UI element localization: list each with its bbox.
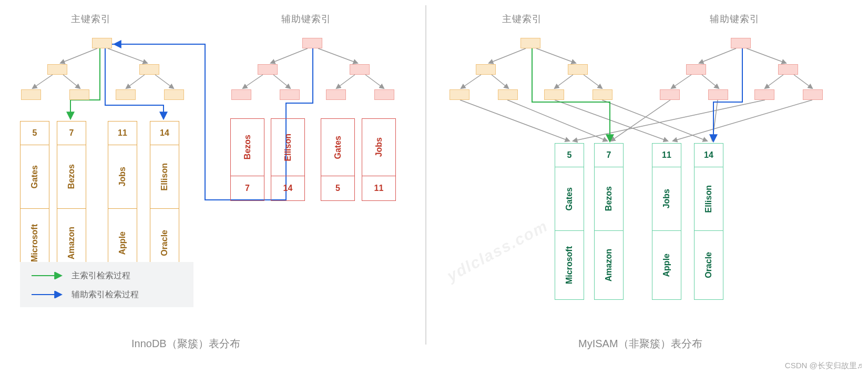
svg-line-17	[584, 75, 602, 88]
legend-primary-label: 主索引检索过程	[72, 270, 130, 281]
innodb-sec-leaf: Gates 5	[321, 118, 355, 201]
title-left-primary: 主键索引	[71, 13, 111, 25]
tree-node	[374, 89, 394, 100]
svg-line-8	[243, 75, 263, 88]
tree-node	[593, 89, 612, 100]
innodb-leaf: 5 Gates Microsoft	[20, 121, 49, 278]
tree-node	[231, 89, 251, 100]
leaf-name: Gates	[20, 145, 49, 209]
innodb-sec-leaf: Jobs 11	[362, 118, 396, 201]
tree-node	[498, 89, 518, 100]
svg-line-6	[271, 48, 308, 63]
svg-line-2	[33, 75, 53, 88]
tree-node	[686, 64, 706, 75]
svg-line-18	[699, 48, 736, 63]
svg-line-16	[555, 75, 573, 88]
svg-line-29	[712, 100, 718, 141]
innodb-leaf: 11 Jobs Apple	[108, 121, 137, 278]
svg-line-25	[507, 100, 607, 141]
svg-line-21	[702, 75, 719, 88]
svg-line-0	[60, 48, 97, 63]
myisam-row: 5 Gates Microsoft	[555, 143, 584, 300]
legend-arrow-blue-icon	[30, 291, 64, 298]
tree-node	[47, 64, 67, 75]
myisam-row: 11 Jobs Apple	[652, 143, 681, 300]
watermark-angled: ydlclass.com	[444, 217, 551, 285]
svg-line-7	[318, 48, 358, 63]
svg-line-28	[611, 100, 670, 141]
tree-node	[280, 89, 300, 100]
svg-line-15	[492, 75, 508, 88]
tree-node	[92, 38, 112, 48]
tree-node	[302, 38, 322, 48]
svg-line-9	[273, 75, 290, 88]
title-right-primary: 主键索引	[502, 13, 542, 25]
svg-line-3	[63, 75, 80, 88]
tree-node	[803, 89, 823, 100]
legend: 主索引检索过程 辅助索引检索过程	[20, 262, 193, 307]
tree-node	[660, 89, 680, 100]
caption-left: InnoDB（聚簇）表分布	[131, 337, 240, 351]
svg-line-24	[460, 100, 569, 141]
innodb-primary-search-path	[70, 48, 100, 118]
tree-node	[164, 89, 184, 100]
legend-secondary-label: 辅助索引检索过程	[72, 289, 139, 300]
tree-node	[708, 89, 728, 100]
caption-right: MyISAM（非聚簇）表分布	[578, 337, 702, 351]
watermark-footer: CSDN @长安归故里♬	[785, 361, 863, 371]
title-left-secondary: 辅助键索引	[281, 13, 331, 25]
myisam-row: 7 Bezos Amazon	[594, 143, 624, 300]
innodb-leaf: 14 Ellison Oracle	[150, 121, 179, 278]
tree-node	[476, 64, 496, 75]
legend-arrow-green-icon	[30, 272, 64, 279]
innodb-leaf: 7 Bezos Amazon	[57, 121, 86, 278]
tree-node	[326, 89, 346, 100]
svg-line-11	[365, 75, 384, 88]
tree-node	[568, 64, 588, 75]
tree-node	[139, 64, 159, 75]
innodb-sec-leaf: Bezos 7	[230, 118, 264, 201]
svg-line-26	[555, 100, 668, 141]
svg-line-19	[747, 48, 786, 63]
tree-node	[21, 89, 41, 100]
tree-node	[731, 38, 751, 48]
svg-line-20	[671, 75, 691, 88]
leaf-id: 5	[20, 121, 49, 145]
svg-line-22	[765, 75, 783, 88]
tree-node	[544, 89, 564, 100]
svg-line-5	[155, 75, 173, 88]
svg-line-4	[126, 75, 145, 88]
tree-node	[520, 38, 540, 48]
svg-line-13	[536, 48, 576, 63]
innodb-sec-leaf: Ellison 14	[271, 118, 305, 201]
svg-line-31	[673, 100, 812, 141]
svg-line-12	[489, 48, 526, 63]
tree-node	[754, 89, 774, 100]
tree-node	[778, 64, 798, 75]
svg-line-10	[336, 75, 355, 88]
svg-line-1	[108, 48, 147, 63]
tree-node	[69, 89, 89, 100]
svg-line-23	[794, 75, 812, 88]
tree-node	[116, 89, 136, 100]
tree-node	[350, 64, 370, 75]
tree-node	[258, 64, 278, 75]
myisam-row: 14 Ellison Oracle	[694, 143, 723, 300]
svg-line-14	[461, 75, 481, 88]
svg-line-30	[573, 100, 765, 141]
svg-line-27	[602, 100, 707, 141]
title-right-secondary: 辅助键索引	[710, 13, 760, 25]
tree-node	[450, 89, 469, 100]
